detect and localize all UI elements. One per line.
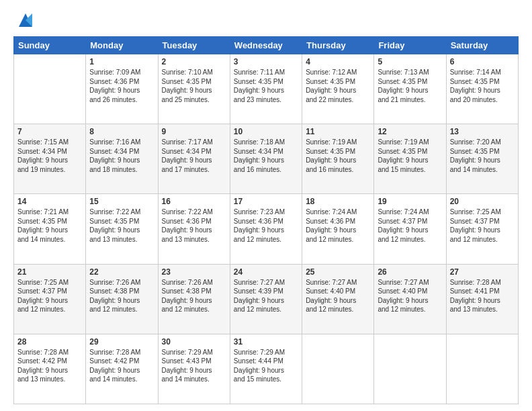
cell-info: Sunrise: 7:27 AM Sunset: 4:39 PM Dayligh…: [234, 278, 298, 314]
cell-info: Sunrise: 7:17 AM Sunset: 4:34 PM Dayligh…: [162, 138, 226, 174]
day-number: 1: [89, 57, 154, 66]
calendar-cell: 19Sunrise: 7:24 AM Sunset: 4:37 PM Dayli…: [374, 194, 446, 264]
header: [13, 11, 519, 30]
calendar-cell: 7Sunrise: 7:15 AM Sunset: 4:34 PM Daylig…: [14, 124, 86, 194]
day-number: 24: [234, 267, 298, 277]
cell-info: Sunrise: 7:14 AM Sunset: 4:35 PM Dayligh…: [450, 68, 515, 104]
cell-info: Sunrise: 7:19 AM Sunset: 4:35 PM Dayligh…: [378, 138, 442, 174]
calendar-cell: 20Sunrise: 7:25 AM Sunset: 4:37 PM Dayli…: [446, 194, 518, 264]
cell-info: Sunrise: 7:22 AM Sunset: 4:36 PM Dayligh…: [162, 208, 226, 244]
calendar-cell: 31Sunrise: 7:29 AM Sunset: 4:44 PM Dayli…: [230, 334, 302, 404]
calendar-table: SundayMondayTuesdayWednesdayThursdayFrid…: [13, 36, 519, 404]
cell-info: Sunrise: 7:27 AM Sunset: 4:40 PM Dayligh…: [378, 278, 442, 314]
calendar-cell: 4Sunrise: 7:12 AM Sunset: 4:35 PM Daylig…: [302, 54, 374, 124]
calendar-cell: 18Sunrise: 7:24 AM Sunset: 4:36 PM Dayli…: [302, 194, 374, 264]
calendar-cell: 9Sunrise: 7:17 AM Sunset: 4:34 PM Daylig…: [158, 124, 230, 194]
calendar-cell: 5Sunrise: 7:13 AM Sunset: 4:35 PM Daylig…: [374, 54, 446, 124]
calendar-cell: 10Sunrise: 7:18 AM Sunset: 4:34 PM Dayli…: [230, 124, 302, 194]
day-number: 28: [17, 337, 82, 347]
weekday-header-sunday: Sunday: [14, 37, 86, 54]
day-number: 27: [450, 267, 515, 277]
calendar-cell: 8Sunrise: 7:16 AM Sunset: 4:34 PM Daylig…: [86, 124, 158, 194]
calendar-cell: 24Sunrise: 7:27 AM Sunset: 4:39 PM Dayli…: [230, 264, 302, 334]
day-number: 13: [450, 127, 515, 136]
cell-info: Sunrise: 7:19 AM Sunset: 4:35 PM Dayligh…: [306, 138, 370, 174]
calendar-cell: 1Sunrise: 7:09 AM Sunset: 4:36 PM Daylig…: [86, 54, 158, 124]
cell-info: Sunrise: 7:26 AM Sunset: 4:38 PM Dayligh…: [162, 278, 226, 314]
calendar-cell: 16Sunrise: 7:22 AM Sunset: 4:36 PM Dayli…: [158, 194, 230, 264]
cell-info: Sunrise: 7:25 AM Sunset: 4:37 PM Dayligh…: [450, 208, 515, 244]
calendar-week-3: 14Sunrise: 7:21 AM Sunset: 4:35 PM Dayli…: [14, 194, 519, 264]
calendar-cell: 21Sunrise: 7:25 AM Sunset: 4:37 PM Dayli…: [14, 264, 86, 334]
weekday-header-saturday: Saturday: [446, 37, 518, 54]
cell-info: Sunrise: 7:12 AM Sunset: 4:35 PM Dayligh…: [306, 68, 370, 104]
day-number: 11: [306, 127, 370, 136]
cell-info: Sunrise: 7:28 AM Sunset: 4:42 PM Dayligh…: [17, 348, 82, 384]
day-number: 4: [306, 57, 370, 66]
calendar-cell: 15Sunrise: 7:22 AM Sunset: 4:35 PM Dayli…: [86, 194, 158, 264]
calendar-cell: 6Sunrise: 7:14 AM Sunset: 4:35 PM Daylig…: [446, 54, 518, 124]
cell-info: Sunrise: 7:28 AM Sunset: 4:42 PM Dayligh…: [89, 348, 154, 384]
calendar-week-5: 28Sunrise: 7:28 AM Sunset: 4:42 PM Dayli…: [14, 334, 519, 404]
day-number: 16: [162, 197, 226, 206]
logo: [13, 11, 35, 30]
cell-info: Sunrise: 7:29 AM Sunset: 4:43 PM Dayligh…: [162, 348, 226, 384]
weekday-header-tuesday: Tuesday: [158, 37, 230, 54]
day-number: 9: [162, 127, 226, 136]
day-number: 3: [234, 57, 298, 66]
weekday-header-monday: Monday: [86, 37, 158, 54]
weekday-header-friday: Friday: [374, 37, 446, 54]
header-row: SundayMondayTuesdayWednesdayThursdayFrid…: [14, 37, 519, 54]
weekday-header-wednesday: Wednesday: [230, 37, 302, 54]
day-number: 10: [234, 127, 298, 136]
day-number: 14: [17, 197, 82, 206]
calendar-cell: [374, 334, 446, 404]
day-number: 19: [378, 197, 442, 206]
day-number: 12: [378, 127, 442, 136]
cell-info: Sunrise: 7:29 AM Sunset: 4:44 PM Dayligh…: [234, 348, 298, 384]
cell-info: Sunrise: 7:26 AM Sunset: 4:38 PM Dayligh…: [89, 278, 154, 314]
calendar-cell: 13Sunrise: 7:20 AM Sunset: 4:35 PM Dayli…: [446, 124, 518, 194]
day-number: 17: [234, 197, 298, 206]
cell-info: Sunrise: 7:18 AM Sunset: 4:34 PM Dayligh…: [234, 138, 298, 174]
day-number: 29: [89, 337, 154, 347]
calendar-week-1: 1Sunrise: 7:09 AM Sunset: 4:36 PM Daylig…: [14, 54, 519, 124]
cell-info: Sunrise: 7:28 AM Sunset: 4:41 PM Dayligh…: [450, 278, 515, 314]
cell-info: Sunrise: 7:23 AM Sunset: 4:36 PM Dayligh…: [234, 208, 298, 244]
day-number: 31: [234, 337, 298, 347]
calendar-cell: 3Sunrise: 7:11 AM Sunset: 4:35 PM Daylig…: [230, 54, 302, 124]
calendar-cell: 17Sunrise: 7:23 AM Sunset: 4:36 PM Dayli…: [230, 194, 302, 264]
calendar-cell: 28Sunrise: 7:28 AM Sunset: 4:42 PM Dayli…: [14, 334, 86, 404]
cell-info: Sunrise: 7:11 AM Sunset: 4:35 PM Dayligh…: [234, 68, 298, 104]
cell-info: Sunrise: 7:09 AM Sunset: 4:36 PM Dayligh…: [89, 68, 154, 104]
day-number: 30: [162, 337, 226, 347]
day-number: 25: [306, 267, 370, 277]
day-number: 7: [17, 127, 82, 136]
calendar-cell: 29Sunrise: 7:28 AM Sunset: 4:42 PM Dayli…: [86, 334, 158, 404]
cell-info: Sunrise: 7:20 AM Sunset: 4:35 PM Dayligh…: [450, 138, 515, 174]
calendar-cell: 11Sunrise: 7:19 AM Sunset: 4:35 PM Dayli…: [302, 124, 374, 194]
cell-info: Sunrise: 7:25 AM Sunset: 4:37 PM Dayligh…: [17, 278, 82, 314]
weekday-header-thursday: Thursday: [302, 37, 374, 54]
cell-info: Sunrise: 7:21 AM Sunset: 4:35 PM Dayligh…: [17, 208, 82, 244]
calendar-cell: 25Sunrise: 7:27 AM Sunset: 4:40 PM Dayli…: [302, 264, 374, 334]
cell-info: Sunrise: 7:16 AM Sunset: 4:34 PM Dayligh…: [89, 138, 154, 174]
day-number: 5: [378, 57, 442, 66]
day-number: 8: [89, 127, 154, 136]
day-number: 18: [306, 197, 370, 206]
cell-info: Sunrise: 7:24 AM Sunset: 4:37 PM Dayligh…: [378, 208, 442, 244]
calendar-cell: 23Sunrise: 7:26 AM Sunset: 4:38 PM Dayli…: [158, 264, 230, 334]
calendar-cell: 14Sunrise: 7:21 AM Sunset: 4:35 PM Dayli…: [14, 194, 86, 264]
calendar-cell: 27Sunrise: 7:28 AM Sunset: 4:41 PM Dayli…: [446, 264, 518, 334]
calendar-cell: [302, 334, 374, 404]
day-number: 21: [17, 267, 82, 277]
calendar-cell: 26Sunrise: 7:27 AM Sunset: 4:40 PM Dayli…: [374, 264, 446, 334]
cell-info: Sunrise: 7:22 AM Sunset: 4:35 PM Dayligh…: [89, 208, 154, 244]
cell-info: Sunrise: 7:10 AM Sunset: 4:35 PM Dayligh…: [162, 68, 226, 104]
cell-info: Sunrise: 7:15 AM Sunset: 4:34 PM Dayligh…: [17, 138, 82, 174]
cell-info: Sunrise: 7:13 AM Sunset: 4:35 PM Dayligh…: [378, 68, 442, 104]
calendar-week-4: 21Sunrise: 7:25 AM Sunset: 4:37 PM Dayli…: [14, 264, 519, 334]
page: SundayMondayTuesdayWednesdayThursdayFrid…: [0, 0, 532, 411]
calendar-week-2: 7Sunrise: 7:15 AM Sunset: 4:34 PM Daylig…: [14, 124, 519, 194]
calendar-cell: 12Sunrise: 7:19 AM Sunset: 4:35 PM Dayli…: [374, 124, 446, 194]
